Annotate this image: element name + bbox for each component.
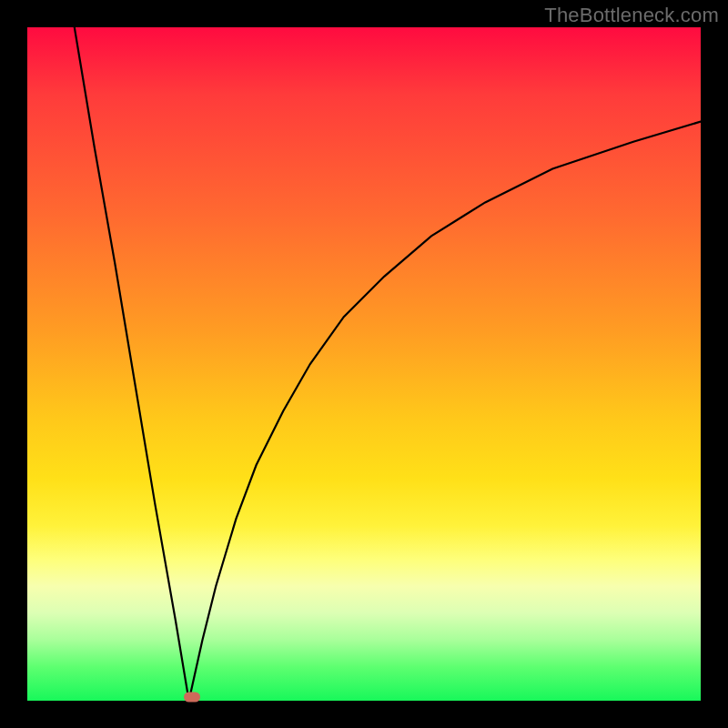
minimum-marker bbox=[184, 693, 200, 703]
curve-path bbox=[75, 27, 701, 701]
bottleneck-curve bbox=[27, 27, 701, 701]
watermark-text: TheBottleneck.com bbox=[544, 4, 719, 27]
chart-frame: TheBottleneck.com bbox=[0, 0, 728, 728]
plot-area bbox=[27, 27, 701, 701]
